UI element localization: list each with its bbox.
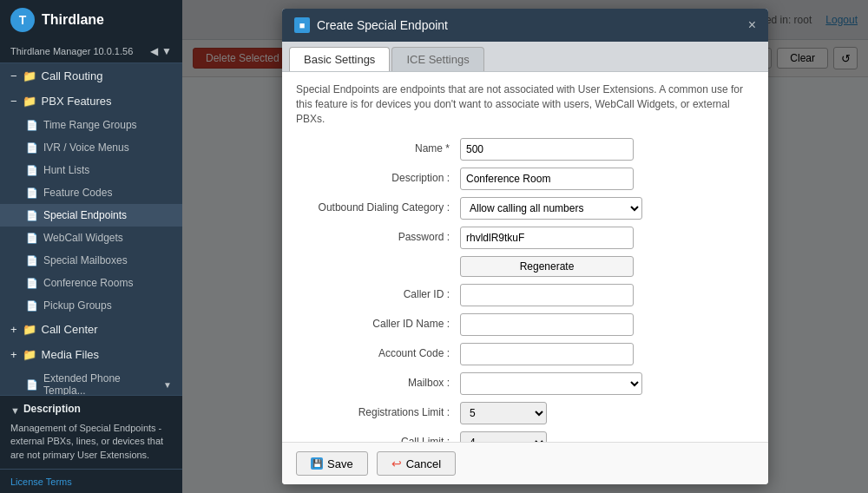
sidebar-item-label: Conference Rooms <box>43 277 133 289</box>
sidebar-item-pickup-groups[interactable]: 📄 Pickup Groups <box>0 294 182 317</box>
tab-ice-settings[interactable]: ICE Settings <box>391 47 483 71</box>
doc-icon: 📄 <box>26 278 38 289</box>
modal-title-text: Create Special Endpoint <box>317 18 448 32</box>
sidebar-item-label: Special Endpoints <box>43 209 127 221</box>
sidebar-item-label: Hunt Lists <box>43 164 89 176</box>
license-terms-link[interactable]: License Terms <box>10 477 72 487</box>
modal-close-button[interactable]: × <box>748 18 756 32</box>
sidebar-footer: License Terms <box>0 469 182 493</box>
registrations-limit-select[interactable]: 5 <box>460 402 547 424</box>
sidebar-item-feature-codes[interactable]: 📄 Feature Codes <box>0 181 182 204</box>
sidebar-description-section: ▼ Description Management of Special Endp… <box>0 395 182 469</box>
sidebar-item-label: WebCall Widgets <box>43 232 123 244</box>
form-row-description: Description : <box>296 168 754 190</box>
folder-icon: 📁 <box>23 348 36 361</box>
save-icon: 💾 <box>311 457 323 470</box>
mailbox-select[interactable] <box>460 372 642 395</box>
sidebar-item-label: Call Center <box>42 323 98 336</box>
description-title: Description <box>23 403 81 415</box>
form-row-caller-id-name: Caller ID Name : <box>296 313 754 336</box>
sidebar-item-call-routing[interactable]: − 📁 Call Routing <box>0 63 182 89</box>
caller-id-field[interactable] <box>460 284 634 306</box>
tab-basic-settings[interactable]: Basic Settings <box>289 47 390 71</box>
main-content: Logged in: root Logout Delete Selected »… <box>182 0 868 493</box>
collapse-icon: − <box>10 69 17 82</box>
mailbox-label: Mailbox : <box>296 372 457 389</box>
sidebar: T Thirdlane Thirdlane Manager 10.0.1.56 … <box>0 0 182 493</box>
account-code-label: Account Code : <box>296 343 457 359</box>
caller-id-name-label: Caller ID Name : <box>296 313 457 330</box>
doc-icon: 📄 <box>26 210 38 221</box>
caller-id-label: Caller ID : <box>296 284 457 300</box>
form-row-call-limit: Call Limit : 4 <box>296 431 754 442</box>
sidebar-item-media-files[interactable]: + 📁 Media Files <box>0 342 182 367</box>
expand-icon: + <box>10 348 17 361</box>
sidebar-item-label: Feature Codes <box>43 187 112 199</box>
doc-icon: 📄 <box>26 142 38 154</box>
collapse-icon: − <box>10 95 17 108</box>
sidebar-item-ivr-voice-menus[interactable]: 📄 IVR / Voice Menus <box>0 136 182 159</box>
form-row-registrations-limit: Registrations Limit : 5 <box>296 402 754 424</box>
sidebar-item-label: IVR / Voice Menus <box>43 141 129 154</box>
doc-icon: 📄 <box>26 165 38 176</box>
modal-footer: 💾 Save ↩ Cancel <box>282 442 768 484</box>
password-field[interactable] <box>460 227 634 249</box>
sidebar-item-conference-rooms[interactable]: 📄 Conference Rooms <box>0 272 182 294</box>
modal-header: ■ Create Special Endpoint × <box>282 9 768 42</box>
sidebar-item-call-center[interactable]: + 📁 Call Center <box>0 317 182 342</box>
sidebar-item-special-endpoints[interactable]: 📄 Special Endpoints <box>0 204 182 227</box>
description-label: Description : <box>296 168 457 184</box>
folder-icon: 📁 <box>23 323 36 336</box>
sidebar-item-webcall-widgets[interactable]: 📄 WebCall Widgets <box>0 227 182 249</box>
doc-icon: 📄 <box>26 379 38 391</box>
sidebar-item-pbx-features[interactable]: − 📁 PBX Features <box>0 89 182 114</box>
sidebar-nav: − 📁 Call Routing − 📁 PBX Features 📄 Time… <box>0 63 182 395</box>
doc-icon: 📄 <box>26 233 38 244</box>
form-row-account-code: Account Code : <box>296 343 754 365</box>
call-limit-select[interactable]: 4 <box>460 431 547 442</box>
name-label: Name * <box>296 138 457 154</box>
sidebar-item-label: Time Range Groups <box>43 119 137 131</box>
cancel-icon: ↩ <box>391 457 402 470</box>
account-code-field[interactable] <box>460 343 634 365</box>
sidebar-item-label: Media Files <box>42 348 99 361</box>
doc-icon: 📄 <box>26 300 38 312</box>
form-row-password: Password : Regenerate <box>296 227 754 277</box>
doc-icon: 📄 <box>26 120 38 131</box>
description-text: Management of Special Endpoints - extern… <box>10 422 172 462</box>
modal-tabs: Basic Settings ICE Settings <box>282 42 768 72</box>
sidebar-item-extended-phone-templates[interactable]: 📄 Extended Phone Templa... ▼ <box>0 367 182 395</box>
description-field[interactable] <box>460 168 634 190</box>
form-row-name: Name * <box>296 138 754 161</box>
expand-icon: + <box>10 323 17 336</box>
sidebar-item-label: Pickup Groups <box>43 299 112 312</box>
app-title: Thirdlane <box>42 12 104 28</box>
modal-description: Special Endpoints are endpoints that are… <box>296 82 754 126</box>
sidebar-item-time-range-groups[interactable]: 📄 Time Range Groups <box>0 114 182 136</box>
sidebar-item-label: Extended Phone Templa... <box>43 372 158 395</box>
caller-id-name-field[interactable] <box>460 313 634 336</box>
name-field[interactable] <box>460 138 634 161</box>
create-special-endpoint-modal: ■ Create Special Endpoint × Basic Settin… <box>282 9 768 484</box>
sidebar-item-special-mailboxes[interactable]: 📄 Special Mailboxes <box>0 249 182 272</box>
sidebar-item-label: Special Mailboxes <box>43 254 128 266</box>
folder-icon: 📁 <box>23 95 36 108</box>
sidebar-version: Thirdlane Manager 10.0.1.56 ◀ ▼ <box>0 40 182 63</box>
sidebar-header: T Thirdlane <box>0 0 182 40</box>
folder-icon: 📁 <box>23 69 36 82</box>
cancel-button[interactable]: ↩ Cancel <box>377 451 456 476</box>
regenerate-button[interactable]: Regenerate <box>460 256 634 277</box>
modal-title: ■ Create Special Endpoint <box>294 17 448 33</box>
more-icon: ▼ <box>163 380 172 390</box>
outbound-dialing-select[interactable]: Allow calling all numbers <box>460 197 642 220</box>
outbound-dialing-label: Outbound Dialing Category : <box>296 197 457 214</box>
sidebar-item-label: Call Routing <box>42 69 103 82</box>
save-button[interactable]: 💾 Save <box>296 451 368 476</box>
form-row-mailbox: Mailbox : <box>296 372 754 395</box>
collapse-desc-icon[interactable]: ▼ <box>10 405 20 416</box>
modal-header-icon: ■ <box>294 17 310 33</box>
sidebar-item-hunt-lists[interactable]: 📄 Hunt Lists <box>0 159 182 181</box>
expand-collapse-icons[interactable]: ◀ ▼ <box>150 45 172 57</box>
doc-icon: 📄 <box>26 255 38 266</box>
form-row-caller-id: Caller ID : <box>296 284 754 306</box>
